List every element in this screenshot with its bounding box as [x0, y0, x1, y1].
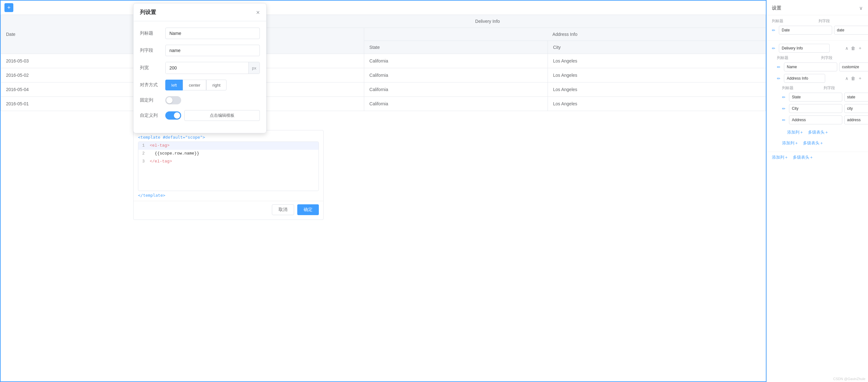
add-col-delivery-link[interactable]: 添加列＋: [782, 140, 799, 146]
panel-header: 列设置 ×: [133, 3, 266, 21]
template-close-tag: </template>: [133, 191, 323, 198]
cell-state: California: [364, 97, 548, 111]
confirm-button[interactable]: 确定: [297, 204, 319, 215]
add-after-delivery-button[interactable]: ＋: [857, 45, 863, 52]
table-wrapper: Date Delivery Info Name Address Info Sta…: [1, 14, 766, 111]
col-title-label: 列标题: [140, 30, 165, 36]
line-num-1: 1: [138, 142, 148, 149]
delete-delivery-button[interactable]: 🗑: [850, 45, 856, 52]
data-table: Date Delivery Info Name Address Info Sta…: [1, 14, 766, 111]
col-header-label: 列标题: [772, 19, 816, 24]
cell-city: Los Angeles: [548, 54, 766, 68]
th-state: State: [364, 41, 548, 54]
cell-state: California: [364, 54, 548, 68]
edit-icon-date: ✏: [772, 28, 777, 33]
col-width-wrap: px: [165, 62, 260, 74]
add-links-delivery: 添加列＋ 多级表头＋: [777, 138, 863, 149]
col-field-address-field-input[interactable]: [844, 116, 868, 124]
add-multi-header-root-link[interactable]: 多级表头＋: [793, 155, 813, 160]
col-label-address-input[interactable]: [784, 74, 825, 83]
table-row: 2016-05-02 Tom California Los Angeles: [1, 68, 766, 83]
col-label-address-field-input[interactable]: [789, 116, 842, 124]
col-label-date-input[interactable]: [779, 26, 832, 35]
edit-icon-name: ✏: [777, 65, 782, 69]
col-title-row: 列标题: [140, 28, 260, 39]
edit-icon-delivery: ✏: [772, 46, 777, 51]
col-field-input[interactable]: [165, 45, 260, 56]
table-area: + Date Delivery Info Name Address Info S…: [0, 0, 767, 382]
align-right-button[interactable]: right: [206, 79, 226, 90]
col-item-name: ✏ 🗑 ＋: [777, 63, 863, 71]
col-header-field: 列字段: [818, 19, 863, 24]
add-row-button[interactable]: +: [4, 3, 13, 12]
edit-template-button[interactable]: 点击编辑模板: [184, 110, 260, 121]
template-editor-area: <template #default="scope"> 1 <el-tag> 2…: [133, 130, 323, 220]
col-item-address-group: ✏ ∧ 🗑 ＋: [777, 74, 863, 83]
code-line-1: 1 <el-tag>: [138, 142, 318, 150]
close-panel-button[interactable]: ×: [256, 9, 260, 15]
add-multi-header-address-link[interactable]: 多级表头＋: [808, 129, 829, 135]
col-fixed-row: 固定列: [140, 96, 260, 104]
table-row: 2016-05-03 Tom California Los Angeles: [1, 54, 766, 68]
delivery-sub-cols: 列标题 列字段 ✏ 🗑 ＋ ✏: [772, 55, 863, 149]
edit-icon-address-field: ✏: [782, 118, 787, 123]
code-content-2: {{scope.row.name}}: [148, 150, 318, 157]
col-label-city-input[interactable]: [789, 104, 842, 113]
col-custom-label: 自定义列: [140, 113, 165, 118]
up-address-button[interactable]: ∧: [844, 75, 849, 82]
col-field-name-input[interactable]: [839, 63, 868, 71]
col-label-state-input[interactable]: [789, 93, 842, 101]
sidebar-collapse-button[interactable]: ∨: [859, 5, 863, 11]
col-item-date: ✏ 🗑 ＋: [772, 26, 863, 35]
sidebar-header: 设置 ∨: [767, 4, 868, 15]
sidebar-section-delivery: ✏ ∧ 🗑 ＋ 列标题 列字段 ✏: [767, 41, 868, 152]
col-fixed-toggle[interactable]: [165, 96, 181, 104]
add-links-address: 添加列＋ 多级表头＋: [782, 127, 863, 138]
col-actions-address: ∧ 🗑 ＋: [844, 75, 863, 82]
align-buttons: left center right: [165, 79, 260, 90]
col-item-city: ✏ 🗑 ＋: [782, 104, 863, 113]
right-sidebar: 设置 ∨ 列标题 列字段 ✏ 🗑 ＋ ✏: [767, 0, 868, 382]
col-label-name-input[interactable]: [784, 63, 837, 71]
up-delivery-button[interactable]: ∧: [844, 45, 849, 52]
col-title-input[interactable]: [165, 28, 260, 39]
col-field-label: 列字段: [140, 47, 165, 53]
line-num-3: 3: [138, 158, 148, 165]
code-editor-empty: [138, 165, 318, 191]
col-header-label-d: 列标题: [777, 55, 819, 61]
col-header-field-a: 列字段: [824, 85, 863, 91]
align-left-button[interactable]: left: [165, 79, 183, 90]
add-col-root-link[interactable]: 添加列＋: [772, 155, 788, 160]
edit-icon-city: ✏: [782, 106, 787, 111]
col-label-delivery-input[interactable]: [779, 44, 830, 53]
add-after-address-button[interactable]: ＋: [857, 75, 863, 82]
col-align-row: 对齐方式 left center right: [140, 79, 260, 90]
cancel-button[interactable]: 取消: [272, 204, 294, 215]
code-editor[interactable]: 1 <el-tag> 2 {{scope.row.name}} 3 </el-t…: [138, 141, 319, 191]
width-unit: px: [248, 62, 259, 74]
add-multi-header-delivery-link[interactable]: 多级表头＋: [803, 140, 824, 146]
col-field-date-input[interactable]: [834, 26, 868, 35]
col-item-state: ✏ 🗑 ＋: [782, 93, 863, 101]
template-open-tag: <template #default="scope">: [133, 135, 323, 139]
col-custom-toggle[interactable]: [165, 112, 181, 120]
col-header-row: 列标题 列字段: [772, 19, 863, 24]
col-field-city-input[interactable]: [844, 104, 868, 113]
add-col-address-link[interactable]: 添加列＋: [787, 129, 804, 135]
delete-address-button[interactable]: 🗑: [850, 75, 856, 82]
line-num-2: 2: [138, 150, 148, 157]
edit-icon-state: ✏: [782, 95, 787, 100]
col-width-row: 列宽 px: [140, 62, 260, 74]
cell-state: California: [364, 83, 548, 97]
align-center-button[interactable]: center: [183, 79, 206, 90]
col-width-input[interactable]: [165, 62, 248, 74]
address-sub-cols: 列标题 列字段 ✏ 🗑 ＋ ✏: [777, 85, 863, 138]
col-item-delivery-group: ✏ ∧ 🗑 ＋: [772, 44, 863, 53]
col-header-field-d: 列字段: [821, 55, 863, 61]
toggle-slider-custom: [165, 112, 181, 120]
col-field-state-input[interactable]: [844, 93, 868, 101]
table-row: 2016-05-04 Tom California Los Angeles: [1, 83, 766, 97]
col-fixed-toggle-wrap: [165, 96, 260, 104]
cell-state: California: [364, 68, 548, 83]
cell-city: Los Angeles: [548, 83, 766, 97]
